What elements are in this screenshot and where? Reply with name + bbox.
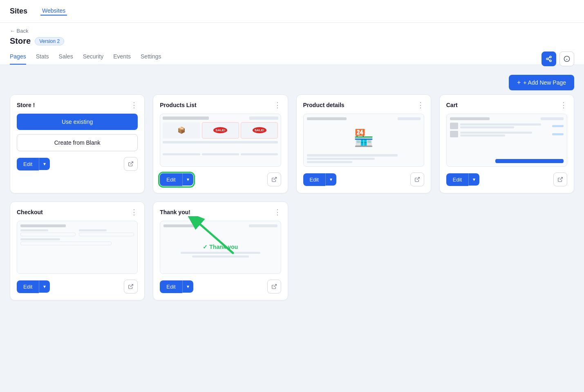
cart-edit-button[interactable]: Edit (446, 173, 468, 186)
svg-line-12 (130, 284, 133, 287)
cart-edit-group: Edit ▾ (446, 173, 479, 186)
product-details-edit-group: Edit ▾ (303, 173, 336, 186)
products-edit-button[interactable]: Edit (160, 173, 182, 186)
cart-card-bottom: Edit ▾ (446, 172, 567, 186)
pages-grid-row1: Store ! ⋮ Use existing Create from Blank… (10, 94, 574, 193)
card-header-store: Store ! ⋮ (17, 101, 138, 109)
checkout-edit-dropdown[interactable]: ▾ (39, 280, 50, 293)
thankyou-edit-dropdown[interactable]: ▾ (182, 280, 193, 293)
info-icon (564, 56, 570, 62)
page-tabs: Pages Stats Sales Security Events Settin… (10, 49, 574, 65)
card-header-checkout: Checkout ⋮ (17, 208, 138, 216)
svg-line-10 (417, 177, 419, 180)
tab-security[interactable]: Security (83, 49, 104, 65)
thankyou-edit-button[interactable]: Edit (160, 280, 182, 293)
card-header-products: Products List ⋮ (160, 101, 281, 109)
tab-sales[interactable]: Sales (59, 49, 73, 65)
product-details-external-link-button[interactable] (410, 172, 424, 186)
product-details-preview: 🏪 (303, 114, 424, 167)
products-external-link-button[interactable] (267, 172, 281, 186)
product-details-edit-dropdown[interactable]: ▾ (325, 173, 336, 186)
card-title-checkout: Checkout (17, 209, 43, 215)
external-link-icon (128, 161, 134, 167)
external-link-icon (128, 284, 134, 289)
svg-line-13 (273, 284, 276, 287)
page-header: ← Back Store Version 2 Pages Stats Sales… (0, 23, 584, 65)
thankyou-external-link-button[interactable] (267, 280, 281, 293)
external-link-icon (271, 284, 277, 289)
product-details-menu-dots[interactable]: ⋮ (417, 101, 424, 109)
card-title-product-details: Product details (303, 102, 345, 108)
checkout-menu-dots[interactable]: ⋮ (130, 208, 138, 216)
external-link-icon (271, 177, 277, 182)
tab-pages[interactable]: Pages (10, 49, 26, 65)
empty-placeholder-1 (296, 202, 431, 300)
tab-events[interactable]: Events (113, 49, 131, 65)
header-actions (541, 52, 574, 66)
tab-stats[interactable]: Stats (36, 49, 49, 65)
store-edit-group: Edit ▾ (17, 158, 50, 170)
svg-line-3 (548, 59, 550, 60)
app-title: Sites (10, 7, 27, 16)
products-edit-group: Edit ▾ (160, 173, 193, 186)
checkout-card-bottom: Edit ▾ (17, 280, 138, 293)
store-edit-dropdown[interactable]: ▾ (39, 158, 50, 170)
checkout-edit-button[interactable]: Edit (17, 280, 39, 293)
main-content: + + Add New Page Store ! ⋮ Use existing … (0, 65, 584, 310)
product-details-edit-button[interactable]: Edit (303, 173, 325, 186)
store-card-bottom: Edit ▾ (17, 157, 138, 171)
checkout-preview (17, 221, 138, 274)
cart-preview (446, 114, 567, 167)
page-card-cart: Cart ⋮ (439, 94, 574, 193)
info-button[interactable] (559, 52, 574, 66)
svg-point-1 (546, 58, 548, 60)
svg-line-9 (273, 177, 276, 180)
thankyou-menu-dots[interactable]: ⋮ (274, 208, 281, 216)
top-navigation: Sites Websites (0, 0, 584, 23)
thankyou-card-bottom: Edit ▾ (160, 280, 281, 293)
page-card-product-details: Product details ⋮ 🏪 (296, 94, 431, 193)
products-preview: 📦 SALE! SALE! (160, 114, 281, 167)
page-card-store: Store ! ⋮ Use existing Create from Blank… (10, 94, 145, 193)
add-new-page-button[interactable]: + + Add New Page (509, 75, 574, 90)
plus-icon: + (517, 79, 521, 86)
empty-placeholder-2 (439, 202, 574, 300)
cart-external-link-button[interactable] (553, 172, 567, 186)
store-edit-button[interactable]: Edit (17, 158, 39, 170)
products-edit-dropdown[interactable]: ▾ (182, 173, 193, 186)
store-menu-dots[interactable]: ⋮ (130, 101, 138, 109)
websites-tab[interactable]: Websites (40, 7, 67, 16)
tab-settings[interactable]: Settings (141, 49, 161, 65)
svg-line-8 (130, 162, 133, 164)
svg-point-2 (550, 60, 551, 62)
store-title-row: Store Version 2 (10, 36, 574, 46)
add-page-label: + Add New Page (523, 79, 566, 86)
use-existing-button[interactable]: Use existing (17, 114, 138, 130)
thankyou-preview: ✓ Thank you (160, 221, 281, 274)
page-card-thankyou: Thank you! ⋮ ✓ Thank you (153, 202, 288, 300)
card-header-product-details: Product details ⋮ (303, 101, 424, 109)
version-badge: Version 2 (35, 37, 64, 45)
cart-menu-dots[interactable]: ⋮ (560, 101, 567, 109)
card-title-thankyou: Thank you! (160, 209, 190, 215)
store-title: Store (10, 36, 31, 46)
page-card-products-list: Products List ⋮ 📦 SALE! (153, 94, 288, 193)
back-button[interactable]: ← Back (10, 28, 574, 34)
cart-edit-dropdown[interactable]: ▾ (468, 173, 479, 186)
share-button[interactable] (541, 52, 556, 66)
products-card-bottom: Edit ▾ (160, 172, 281, 186)
pages-grid-row2: Checkout ⋮ (10, 202, 574, 300)
svg-point-0 (550, 56, 551, 58)
products-menu-dots[interactable]: ⋮ (274, 101, 281, 109)
external-link-icon (414, 177, 420, 182)
thankyou-edit-group: Edit ▾ (160, 280, 193, 293)
store-external-link-button[interactable] (124, 157, 138, 171)
card-title-cart: Cart (446, 102, 458, 108)
checkout-external-link-button[interactable] (124, 280, 138, 293)
card-title-store: Store ! (17, 102, 35, 108)
card-header-cart: Cart ⋮ (446, 101, 567, 109)
card-header-thankyou: Thank you! ⋮ (160, 208, 281, 216)
svg-line-11 (560, 177, 562, 180)
create-blank-button[interactable]: Create from Blank (17, 134, 138, 151)
product-details-card-bottom: Edit ▾ (303, 172, 424, 186)
